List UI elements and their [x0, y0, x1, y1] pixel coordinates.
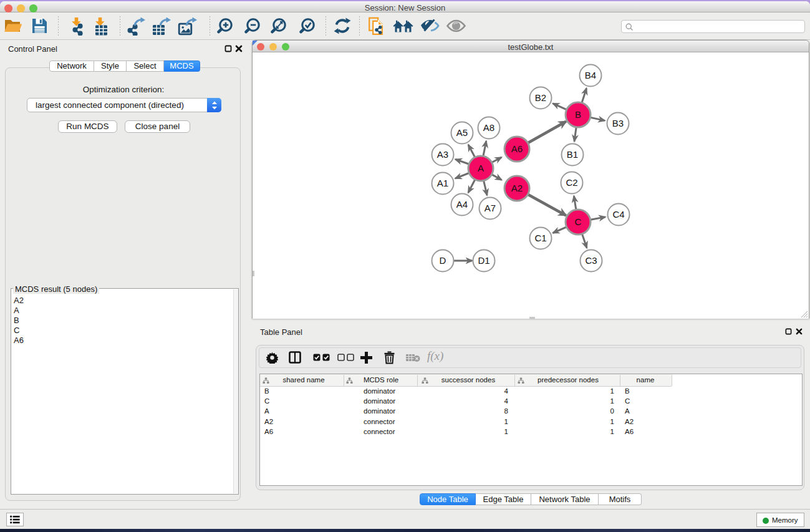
svg-text:D: D: [440, 255, 446, 266]
svg-text:C: C: [575, 216, 582, 227]
svg-text:A: A: [478, 163, 484, 173]
svg-text:B2: B2: [535, 92, 546, 103]
svg-text:C1: C1: [534, 233, 546, 243]
svg-text:A5: A5: [456, 127, 468, 138]
svg-text:B1: B1: [567, 149, 578, 160]
svg-text:B: B: [575, 109, 581, 120]
svg-text:A8: A8: [483, 122, 494, 133]
svg-text:A7: A7: [485, 203, 496, 213]
svg-text:C2: C2: [566, 177, 577, 188]
svg-text:C3: C3: [585, 255, 597, 266]
svg-text:A3: A3: [437, 149, 448, 160]
svg-text:A2: A2: [511, 183, 523, 193]
svg-text:D1: D1: [478, 255, 489, 266]
svg-text:A6: A6: [511, 143, 523, 154]
svg-text:B3: B3: [612, 118, 624, 128]
svg-text:A4: A4: [456, 199, 468, 210]
svg-text:A1: A1: [437, 178, 448, 188]
svg-text:B4: B4: [585, 70, 596, 80]
svg-text:C4: C4: [612, 209, 624, 220]
